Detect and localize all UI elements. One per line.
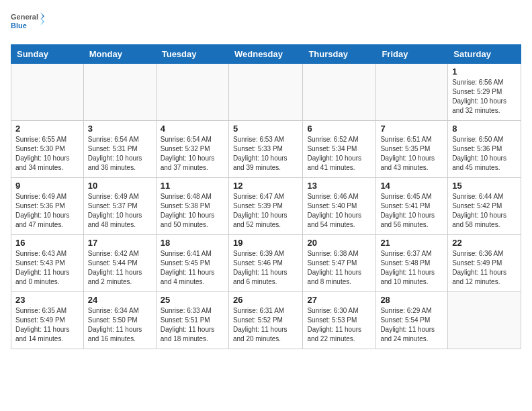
day-number: 17 — [88, 238, 152, 248]
calendar-cell — [448, 292, 521, 349]
day-number: 28 — [380, 295, 443, 305]
day-number: 4 — [161, 124, 224, 134]
svg-text:Blue: Blue — [11, 21, 27, 30]
logo: General Blue — [11, 11, 44, 38]
day-info: Sunrise: 6:55 AM Sunset: 5:30 PM Dayligh… — [15, 135, 79, 173]
day-info: Sunrise: 6:50 AM Sunset: 5:36 PM Dayligh… — [452, 135, 517, 173]
calendar-cell: 17Sunrise: 6:42 AM Sunset: 5:44 PM Dayli… — [83, 235, 156, 292]
day-info: Sunrise: 6:33 AM Sunset: 5:51 PM Dayligh… — [161, 306, 224, 344]
svg-marker-2 — [40, 12, 44, 20]
day-number: 18 — [161, 238, 224, 248]
weekday-header-row: SundayMondayTuesdayWednesdayThursdayFrid… — [11, 45, 521, 64]
day-number: 15 — [452, 181, 517, 191]
logo-icon: General Blue — [11, 11, 44, 38]
day-info: Sunrise: 6:36 AM Sunset: 5:49 PM Dayligh… — [452, 249, 517, 287]
day-number: 11 — [161, 181, 224, 191]
day-info: Sunrise: 6:44 AM Sunset: 5:42 PM Dayligh… — [452, 192, 517, 230]
day-number: 3 — [88, 124, 152, 134]
day-info: Sunrise: 6:54 AM Sunset: 5:31 PM Dayligh… — [88, 135, 152, 173]
calendar-cell — [303, 64, 376, 121]
weekday-header-sunday: Sunday — [11, 45, 84, 64]
day-number: 13 — [307, 181, 371, 191]
calendar-cell: 8Sunrise: 6:50 AM Sunset: 5:36 PM Daylig… — [448, 121, 521, 178]
day-info: Sunrise: 6:43 AM Sunset: 5:43 PM Dayligh… — [15, 249, 79, 287]
week-row-4: 16Sunrise: 6:43 AM Sunset: 5:43 PM Dayli… — [11, 235, 521, 292]
calendar-cell: 7Sunrise: 6:51 AM Sunset: 5:35 PM Daylig… — [376, 121, 448, 178]
day-info: Sunrise: 6:30 AM Sunset: 5:53 PM Dayligh… — [307, 306, 371, 344]
day-info: Sunrise: 6:47 AM Sunset: 5:39 PM Dayligh… — [233, 192, 298, 230]
svg-marker-3 — [40, 17, 44, 26]
day-info: Sunrise: 6:41 AM Sunset: 5:45 PM Dayligh… — [161, 249, 224, 287]
weekday-header-wednesday: Wednesday — [228, 45, 302, 64]
day-info: Sunrise: 6:29 AM Sunset: 5:54 PM Dayligh… — [380, 306, 443, 344]
calendar-cell: 10Sunrise: 6:49 AM Sunset: 5:37 PM Dayli… — [83, 178, 156, 235]
day-number: 6 — [307, 124, 371, 134]
day-number: 26 — [233, 295, 298, 305]
calendar-cell: 12Sunrise: 6:47 AM Sunset: 5:39 PM Dayli… — [228, 178, 302, 235]
day-number: 8 — [452, 124, 517, 134]
day-info: Sunrise: 6:54 AM Sunset: 5:32 PM Dayligh… — [161, 135, 224, 173]
calendar-cell: 6Sunrise: 6:52 AM Sunset: 5:34 PM Daylig… — [303, 121, 376, 178]
calendar-cell — [11, 64, 84, 121]
day-number: 14 — [380, 181, 443, 191]
day-number: 22 — [452, 238, 517, 248]
calendar-cell: 21Sunrise: 6:37 AM Sunset: 5:48 PM Dayli… — [376, 235, 448, 292]
calendar-cell: 2Sunrise: 6:55 AM Sunset: 5:30 PM Daylig… — [11, 121, 84, 178]
week-row-5: 23Sunrise: 6:35 AM Sunset: 5:49 PM Dayli… — [11, 292, 521, 349]
calendar-cell: 1Sunrise: 6:56 AM Sunset: 5:29 PM Daylig… — [448, 64, 521, 121]
svg-text:General: General — [11, 13, 38, 21]
day-number: 10 — [88, 181, 152, 191]
calendar-cell: 16Sunrise: 6:43 AM Sunset: 5:43 PM Dayli… — [11, 235, 84, 292]
calendar-cell: 15Sunrise: 6:44 AM Sunset: 5:42 PM Dayli… — [448, 178, 521, 235]
weekday-header-monday: Monday — [83, 45, 156, 64]
calendar-cell — [376, 64, 448, 121]
day-info: Sunrise: 6:49 AM Sunset: 5:37 PM Dayligh… — [88, 192, 152, 230]
day-number: 23 — [15, 295, 79, 305]
day-number: 24 — [88, 295, 152, 305]
day-info: Sunrise: 6:37 AM Sunset: 5:48 PM Dayligh… — [380, 249, 443, 287]
calendar-cell — [156, 64, 228, 121]
calendar-cell: 3Sunrise: 6:54 AM Sunset: 5:31 PM Daylig… — [83, 121, 156, 178]
day-number: 5 — [233, 124, 298, 134]
day-number: 21 — [380, 238, 443, 248]
calendar-cell: 28Sunrise: 6:29 AM Sunset: 5:54 PM Dayli… — [376, 292, 448, 349]
calendar-cell — [83, 64, 156, 121]
day-number: 9 — [15, 181, 79, 191]
day-number: 12 — [233, 181, 298, 191]
calendar-cell: 26Sunrise: 6:31 AM Sunset: 5:52 PM Dayli… — [228, 292, 302, 349]
day-number: 2 — [15, 124, 79, 134]
calendar-cell: 27Sunrise: 6:30 AM Sunset: 5:53 PM Dayli… — [303, 292, 376, 349]
day-number: 19 — [233, 238, 298, 248]
day-info: Sunrise: 6:45 AM Sunset: 5:41 PM Dayligh… — [380, 192, 443, 230]
calendar-cell: 4Sunrise: 6:54 AM Sunset: 5:32 PM Daylig… — [156, 121, 228, 178]
week-row-1: 1Sunrise: 6:56 AM Sunset: 5:29 PM Daylig… — [11, 64, 521, 121]
weekday-header-tuesday: Tuesday — [156, 45, 228, 64]
calendar-cell: 20Sunrise: 6:38 AM Sunset: 5:47 PM Dayli… — [303, 235, 376, 292]
day-number: 16 — [15, 238, 79, 248]
day-number: 1 — [452, 66, 517, 77]
weekday-header-saturday: Saturday — [448, 45, 521, 64]
calendar-cell: 23Sunrise: 6:35 AM Sunset: 5:49 PM Dayli… — [11, 292, 84, 349]
calendar-cell: 9Sunrise: 6:49 AM Sunset: 5:36 PM Daylig… — [11, 178, 84, 235]
calendar-cell: 24Sunrise: 6:34 AM Sunset: 5:50 PM Dayli… — [83, 292, 156, 349]
day-number: 25 — [161, 295, 224, 305]
week-row-3: 9Sunrise: 6:49 AM Sunset: 5:36 PM Daylig… — [11, 178, 521, 235]
day-info: Sunrise: 6:49 AM Sunset: 5:36 PM Dayligh… — [15, 192, 79, 230]
day-info: Sunrise: 6:51 AM Sunset: 5:35 PM Dayligh… — [380, 135, 443, 173]
day-info: Sunrise: 6:56 AM Sunset: 5:29 PM Dayligh… — [452, 78, 517, 116]
calendar-cell: 5Sunrise: 6:53 AM Sunset: 5:33 PM Daylig… — [228, 121, 302, 178]
day-info: Sunrise: 6:42 AM Sunset: 5:44 PM Dayligh… — [88, 249, 152, 287]
calendar-cell: 18Sunrise: 6:41 AM Sunset: 5:45 PM Dayli… — [156, 235, 228, 292]
week-row-2: 2Sunrise: 6:55 AM Sunset: 5:30 PM Daylig… — [11, 121, 521, 178]
day-info: Sunrise: 6:52 AM Sunset: 5:34 PM Dayligh… — [307, 135, 371, 173]
calendar-cell — [228, 64, 302, 121]
weekday-header-friday: Friday — [376, 45, 448, 64]
day-info: Sunrise: 6:48 AM Sunset: 5:38 PM Dayligh… — [161, 192, 224, 230]
day-info: Sunrise: 6:34 AM Sunset: 5:50 PM Dayligh… — [88, 306, 152, 344]
day-info: Sunrise: 6:38 AM Sunset: 5:47 PM Dayligh… — [307, 249, 371, 287]
day-info: Sunrise: 6:39 AM Sunset: 5:46 PM Dayligh… — [233, 249, 298, 287]
day-number: 27 — [307, 295, 371, 305]
day-info: Sunrise: 6:31 AM Sunset: 5:52 PM Dayligh… — [233, 306, 298, 344]
calendar-cell: 19Sunrise: 6:39 AM Sunset: 5:46 PM Dayli… — [228, 235, 302, 292]
weekday-header-thursday: Thursday — [303, 45, 376, 64]
